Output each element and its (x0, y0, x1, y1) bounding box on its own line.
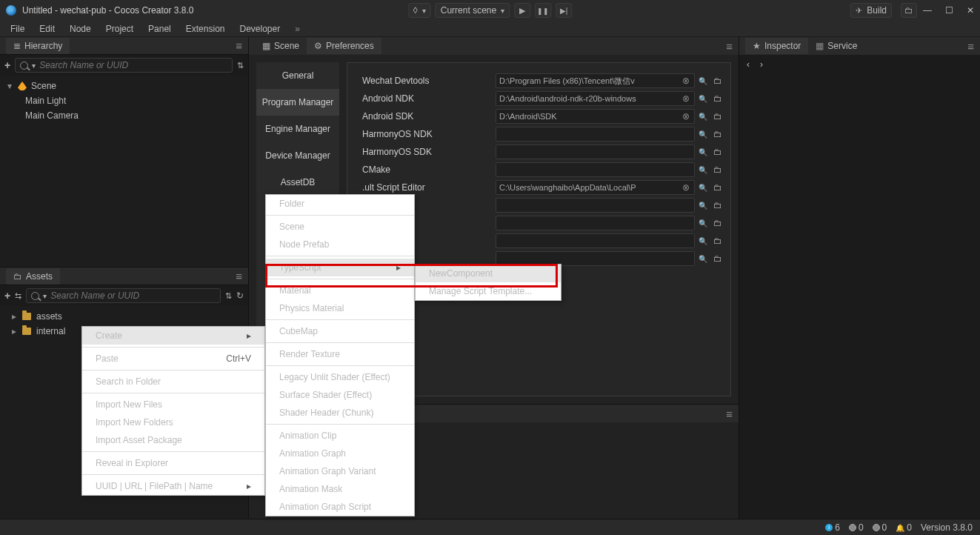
menu-item[interactable]: Import New Folders (82, 413, 264, 431)
status-info[interactable]: i6 (825, 522, 840, 533)
menu-item[interactable]: Animation Mask (266, 480, 414, 498)
add-asset-button[interactable] (4, 290, 10, 302)
scene-select[interactable]: Current scene (436, 3, 510, 18)
pref-program-manager[interactable]: Program Manager (256, 89, 339, 116)
open-button[interactable] (711, 216, 724, 230)
tab-preferences[interactable]: Preferences (307, 38, 381, 54)
menu-item[interactable]: Reveal in Explorer (82, 454, 264, 472)
path-field[interactable] (496, 233, 695, 248)
close-button[interactable]: ✕ (967, 5, 974, 16)
scene-root[interactable]: ▾ Scene (0, 79, 248, 93)
hierarchy-search-input[interactable] (39, 60, 227, 70)
panel-menu-icon[interactable] (236, 270, 242, 282)
menu-item[interactable]: Render Texture (266, 345, 414, 363)
assets-search-input[interactable] (50, 290, 216, 301)
browse-button[interactable] (696, 145, 710, 159)
menu-item[interactable]: Animation Graph Variant (266, 462, 414, 480)
open-button[interactable] (711, 110, 724, 123)
tab-hierarchy[interactable]: ≣Hierarchy (6, 38, 70, 54)
browse-button[interactable] (696, 74, 710, 87)
browse-button[interactable] (696, 110, 710, 123)
menu-item[interactable]: Legacy Unlit Shader (Effect) (266, 368, 414, 386)
path-field[interactable]: D:\Android\SDK⊗ (496, 109, 695, 124)
menu-overflow[interactable]: » (287, 21, 307, 36)
clear-icon[interactable]: ⊗ (682, 76, 690, 86)
menu-item[interactable]: Search in Folder (82, 373, 264, 391)
open-project-button[interactable] (901, 3, 917, 18)
path-field[interactable]: D:\Program Files (x86)\Tencent\微信v⊗ (496, 73, 695, 88)
maximize-button[interactable]: ☐ (945, 5, 953, 16)
menu-node[interactable]: Node (62, 21, 99, 36)
tab-service[interactable]: ▦Service (808, 38, 864, 54)
assets-search[interactable] (26, 288, 221, 303)
sort-button[interactable] (225, 290, 232, 301)
menu-item[interactable]: Scene (266, 218, 414, 236)
path-field[interactable] (496, 162, 695, 177)
browse-button[interactable] (696, 252, 710, 265)
menu-item[interactable]: Material (266, 282, 414, 299)
browse-button[interactable] (696, 92, 710, 105)
open-button[interactable] (711, 74, 724, 87)
path-field[interactable]: C:\Users\wanghaibo\AppData\Local\P⊗ (496, 180, 695, 195)
browse-button[interactable] (696, 181, 710, 194)
path-field[interactable] (496, 198, 695, 213)
refresh-button[interactable] (236, 290, 244, 301)
clear-icon[interactable]: ⊗ (682, 182, 690, 193)
browse-button[interactable] (696, 234, 710, 247)
menu-item[interactable]: Folder (266, 195, 414, 213)
menu-item[interactable]: Physics Material (266, 299, 414, 317)
menu-item[interactable]: CubeMap (266, 322, 414, 340)
open-button[interactable] (711, 234, 724, 247)
open-button[interactable] (711, 199, 724, 212)
tree-toggle[interactable] (15, 290, 21, 301)
menu-item[interactable]: PasteCtrl+V (82, 350, 264, 368)
panel-menu-icon[interactable] (726, 40, 733, 53)
add-node-button[interactable] (4, 59, 10, 71)
pref-general[interactable]: General (256, 62, 339, 89)
folder-assets[interactable]: ▸assets (0, 309, 248, 324)
node-main-camera[interactable]: Main Camera (0, 108, 248, 123)
panel-menu-icon[interactable] (726, 408, 733, 420)
pref-assetdb[interactable]: AssetDB (256, 169, 339, 196)
open-button[interactable] (711, 252, 724, 265)
browse-button[interactable] (696, 163, 710, 176)
status-warn[interactable]: 0 (849, 522, 864, 533)
menu-item[interactable]: Node Prefab (266, 236, 414, 253)
node-main-light[interactable]: Main Light (0, 93, 248, 108)
browse-button[interactable] (696, 199, 710, 212)
play-button[interactable] (514, 3, 530, 18)
path-field[interactable] (496, 216, 695, 230)
pref-device-manager[interactable]: Device Manager (256, 142, 339, 169)
tab-scene[interactable]: Scene (255, 38, 307, 54)
menu-item[interactable]: Manage Script Template... (416, 282, 561, 300)
build-button[interactable]: Build (850, 3, 892, 18)
menu-item[interactable]: Animation Graph (266, 445, 414, 462)
menu-file[interactable]: File (3, 21, 32, 36)
menu-project[interactable]: Project (99, 21, 141, 36)
menu-item[interactable]: TypeScript▸ (266, 259, 414, 276)
minimize-button[interactable]: — (923, 5, 932, 16)
open-button[interactable] (711, 163, 724, 176)
menu-item[interactable]: Animation Graph Script (266, 498, 414, 516)
menu-extension[interactable]: Extension (179, 21, 233, 36)
menu-item[interactable]: NewComponent (416, 265, 561, 282)
menu-item[interactable]: Shader Header (Chunk) (266, 404, 414, 422)
clear-icon[interactable]: ⊗ (682, 93, 690, 104)
nav-back[interactable]: ‹ (747, 59, 750, 70)
pause-button[interactable] (535, 3, 551, 18)
menu-item[interactable]: Import Asset Package (82, 431, 264, 449)
open-button[interactable] (711, 145, 724, 159)
tab-assets[interactable]: Assets (6, 268, 60, 285)
tab-inspector[interactable]: ★Inspector (745, 38, 808, 54)
pref-engine-manager[interactable]: Engine Manager (256, 116, 339, 142)
status-notifications[interactable]: 0 (896, 522, 912, 533)
panel-menu-icon[interactable] (967, 40, 974, 53)
path-field[interactable] (496, 127, 695, 142)
menu-item[interactable]: Surface Shader (Effect) (266, 386, 414, 404)
hierarchy-search[interactable] (15, 58, 233, 73)
nav-forward[interactable]: › (760, 59, 763, 70)
status-error[interactable]: 0 (873, 522, 887, 533)
sort-button[interactable] (237, 60, 244, 70)
browse-button[interactable] (696, 127, 710, 141)
menu-item[interactable]: Animation Clip (266, 427, 414, 445)
